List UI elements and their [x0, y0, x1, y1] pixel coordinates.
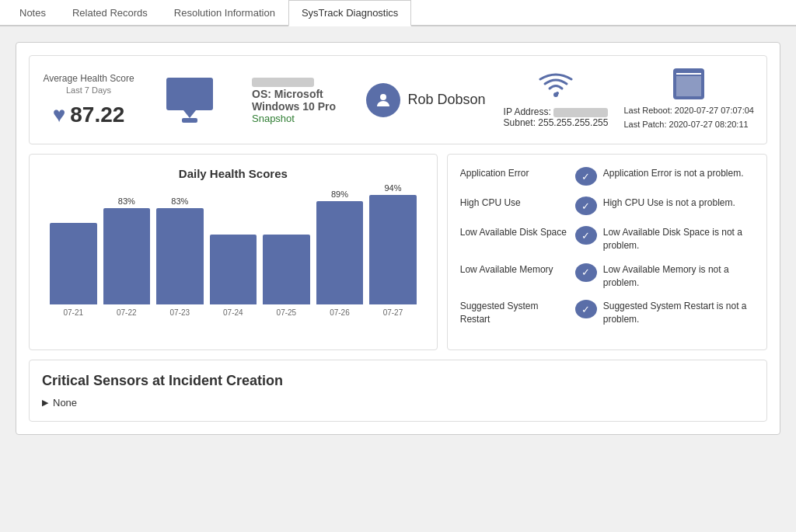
check-icon: ✓: [575, 263, 597, 282]
snapshot-link[interactable]: Snapshot: [252, 113, 348, 124]
user-name: Rob Dobson: [408, 92, 486, 108]
diagnostic-item: Application Error✓Application Error is n…: [460, 167, 754, 186]
os-section: OS: Microsoft Windows 10 Pro Snapshot: [244, 68, 348, 131]
bar-date-label: 07-27: [383, 308, 403, 317]
chart-title: Daily Health Scores: [42, 167, 424, 180]
tab-bar: Notes Related Records Resolution Informa…: [0, 0, 796, 26]
tab-related-records[interactable]: Related Records: [59, 0, 161, 26]
bar: [369, 195, 417, 304]
bar-date-label: 07-24: [223, 308, 243, 317]
diagnostics-section: Application Error✓Application Error is n…: [447, 154, 767, 350]
reboot-section: Last Reboot: 2020-07-27 07:07:04 Last Pa…: [623, 68, 754, 131]
diagnostic-item: High CPU Use✓High CPU Use is not a probl…: [460, 196, 754, 215]
check-icon: ✓: [575, 196, 597, 215]
bar-percent-label: 83%: [118, 196, 135, 206]
bottom-section: Critical Sensors at Incident Creation ▶ …: [29, 360, 767, 422]
bar: [210, 235, 257, 304]
diagnostic-value: Suggested System Restart is not a proble…: [603, 300, 754, 326]
os-redacted: [252, 78, 314, 87]
os-name: [252, 75, 348, 88]
diagnostic-label: Low Available Memory: [460, 263, 569, 276]
tab-resolution-information[interactable]: Resolution Information: [161, 0, 288, 26]
calendar-icon: [673, 68, 704, 99]
check-icon: ✓: [575, 226, 597, 245]
last-patch: Last Patch: 2020-07-27 08:20:11: [623, 118, 754, 132]
health-score-label: Average Health Score: [43, 73, 134, 84]
last-reboot-value: 2020-07-27 07:07:04: [675, 106, 754, 115]
subnet-label: Subnet:: [504, 117, 536, 128]
top-section: Average Health Score Last 7 Days ♥ 87.22…: [29, 55, 767, 144]
diagnostic-label: Application Error: [460, 167, 569, 180]
diagnostic-item: Low Available Disk Space✓Low Available D…: [460, 226, 754, 252]
main-content: Average Health Score Last 7 Days ♥ 87.22…: [0, 26, 796, 450]
check-icon: ✓: [575, 300, 597, 318]
bar: [263, 235, 310, 304]
last-patch-value: 2020-07-27 08:20:11: [669, 120, 749, 129]
subnet-value: 255.255.255.255: [538, 117, 608, 128]
diagnostic-value: Low Available Disk Space is not a proble…: [603, 226, 754, 252]
critical-sensors-title: Critical Sensors at Incident Creation: [42, 373, 754, 389]
device-section: [151, 68, 229, 131]
ip-label: IP Address:: [504, 106, 551, 117]
bar: [156, 208, 204, 305]
diagnostic-value: Application Error is not a problem.: [603, 167, 754, 180]
bar-group: 94%07-27: [369, 183, 417, 317]
last-reboot: Last Reboot: 2020-07-27 07:07:04: [623, 104, 754, 118]
network-section: IP Address: Subnet: 255.255.255.255: [504, 68, 609, 131]
diagnostic-label: Low Available Disk Space: [460, 226, 569, 239]
bar-date-label: 07-22: [117, 308, 137, 317]
health-score-sublabel: Last 7 Days: [66, 85, 111, 95]
reboot-info: Last Reboot: 2020-07-27 07:07:04 Last Pa…: [623, 104, 754, 131]
bar-group: 89%07-26: [316, 190, 364, 318]
none-label: None: [53, 397, 77, 409]
bar-percent-label: 83%: [171, 196, 188, 206]
bar: [316, 201, 364, 305]
bar-percent-label: 89%: [331, 190, 348, 199]
outer-card: Average Health Score Last 7 Days ♥ 87.22…: [16, 42, 780, 435]
health-score-section: Average Health Score Last 7 Days ♥ 87.22: [42, 68, 135, 131]
last-reboot-label: Last Reboot:: [623, 106, 672, 115]
tab-systrack-diagnostics[interactable]: SysTrack Diagnostics: [288, 0, 412, 26]
bar-date-label: 07-23: [170, 308, 190, 317]
bar: [103, 208, 151, 305]
svg-point-1: [553, 92, 558, 97]
os-label: OS: Microsoft Windows 10 Pro: [252, 88, 348, 113]
health-score-number: 87.22: [70, 103, 124, 127]
triangle-icon: ▶: [42, 398, 48, 408]
last-patch-label: Last Patch:: [623, 120, 666, 129]
monitor-stand: [182, 118, 197, 123]
bar-group: 07-21: [50, 221, 97, 317]
chart-area: 07-2183%07-2283%07-2307-2407-2589%07-269…: [42, 193, 424, 317]
bar-group: 83%07-22: [103, 196, 151, 318]
bar-group: 07-25: [263, 232, 310, 317]
chart-section: Daily Health Scores 07-2183%07-2283%07-2…: [29, 154, 438, 350]
user-section: Rob Dobson: [364, 68, 488, 131]
check-icon: ✓: [575, 167, 597, 186]
ip-value-redacted: [553, 108, 608, 117]
heart-icon: ♥: [53, 103, 66, 127]
bar-group: 83%07-23: [156, 196, 204, 318]
diagnostic-value: High CPU Use is not a problem.: [603, 196, 754, 210]
wifi-icon: [539, 71, 573, 103]
bar-percent-label: 94%: [384, 183, 401, 193]
user-avatar: [366, 83, 400, 117]
bar-date-label: 07-26: [330, 308, 350, 317]
diagnostic-item: Low Available Memory✓Low Available Memor…: [460, 263, 754, 290]
ip-info: IP Address: Subnet: 255.255.255.255: [504, 106, 609, 128]
diagnostic-value: Low Available Memory is not a problem.: [603, 263, 754, 290]
diagnostic-label: Suggested System Restart: [460, 300, 569, 326]
middle-section: Daily Health Scores 07-2183%07-2283%07-2…: [29, 154, 767, 350]
diagnostic-item: Suggested System Restart✓Suggested Syste…: [460, 300, 754, 326]
tab-notes[interactable]: Notes: [6, 0, 59, 26]
monitor-icon: [166, 78, 213, 110]
bar-date-label: 07-21: [63, 308, 83, 317]
svg-point-0: [380, 94, 386, 100]
bar: [50, 223, 97, 304]
none-row[interactable]: ▶ None: [42, 397, 754, 409]
bar-date-label: 07-25: [277, 308, 297, 317]
diagnostic-label: High CPU Use: [460, 196, 569, 210]
health-score-value: ♥ 87.22: [53, 103, 125, 127]
bar-group: 07-24: [210, 232, 257, 317]
